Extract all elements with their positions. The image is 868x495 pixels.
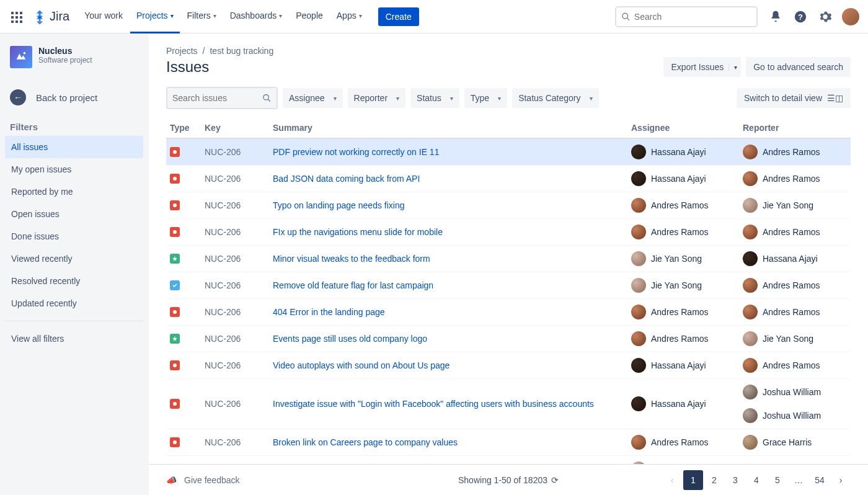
person[interactable]: Jie Yan Song	[743, 331, 847, 346]
nav-item-filters[interactable]: Filters▾	[181, 0, 223, 33]
refresh-icon[interactable]: ⟳	[551, 475, 559, 485]
person[interactable]: Hassana Ajayi	[631, 396, 735, 411]
filter-dropdown-type[interactable]: Type▾	[464, 88, 507, 108]
person[interactable]: Andres Ramos	[743, 305, 847, 319]
page-5[interactable]: 5	[768, 470, 787, 490]
person[interactable]: Andres Ramos	[743, 278, 847, 293]
filter-updated-recently[interactable]: Updated recently	[5, 292, 143, 314]
issue-row[interactable]: NUC-206 FIx up the navigations menu slid…	[166, 219, 851, 246]
notifications-icon[interactable]	[768, 9, 784, 25]
search-issues[interactable]	[166, 87, 278, 109]
page-next[interactable]: ›	[831, 470, 851, 490]
view-all-filters[interactable]: View all filters	[5, 328, 143, 350]
switch-view-button[interactable]: Switch to detail view ☰◫	[737, 88, 851, 108]
person[interactable]: Andres Ramos	[743, 225, 847, 239]
col-head-key[interactable]: Key	[201, 118, 269, 138]
issue-summary-link[interactable]: 404 Error in the landing page	[273, 307, 385, 317]
cell-key[interactable]: NUC-206	[201, 429, 269, 456]
person[interactable]: Andres Ramos	[631, 435, 735, 450]
nav-item-projects[interactable]: Projects▾	[130, 0, 180, 33]
page-prev[interactable]: ‹	[662, 470, 682, 490]
cell-key[interactable]: NUC-206	[201, 192, 269, 219]
person[interactable]: Andres Ramos	[631, 225, 735, 239]
issue-row[interactable]: NUC-206 Force SSL on any page that conta…	[166, 456, 851, 465]
filter-dropdown-assignee[interactable]: Assignee▾	[283, 88, 343, 108]
person[interactable]: Grace Harris	[743, 435, 847, 450]
issue-summary-link[interactable]: Broken link on Careers page to company v…	[273, 437, 458, 447]
person[interactable]: Joshua William	[743, 385, 847, 399]
nav-item-your-work[interactable]: Your work	[78, 0, 129, 33]
issue-row[interactable]: NUC-206 Broken link on Careers page to c…	[166, 429, 851, 456]
person[interactable]: Hassana Ajayi	[631, 171, 735, 186]
issue-row[interactable]: NUC-206 Bad JSON data coming back from A…	[166, 166, 851, 192]
issue-row[interactable]: NUC-206 Remove old feature flag for last…	[166, 272, 851, 299]
col-head-summary[interactable]: Summary	[269, 118, 627, 138]
issue-row[interactable]: NUC-206 Minor visual tweaks to the feedb…	[166, 246, 851, 272]
page-2[interactable]: 2	[704, 470, 724, 490]
filter-my-open-issues[interactable]: My open issues	[5, 158, 143, 181]
issue-summary-link[interactable]: Typo on landing page needs fixing	[273, 200, 405, 210]
filter-dropdown-status-category[interactable]: Status Category▾	[512, 88, 598, 108]
app-switcher-icon[interactable]	[9, 9, 24, 24]
cell-key[interactable]: NUC-206	[201, 166, 269, 192]
issue-summary-link[interactable]: PDF preview not working correctly on IE …	[273, 147, 439, 157]
export-issues-button[interactable]: Export Issues ▾	[663, 57, 741, 77]
person[interactable]: Hassana Ajayi	[631, 358, 735, 373]
issue-row[interactable]: NUC-206 Investigate issue with "Login wi…	[166, 379, 851, 429]
cell-key[interactable]: NUC-206	[201, 299, 269, 326]
issue-summary-link[interactable]: Minor visual tweaks to the feedback form	[273, 254, 430, 264]
create-button[interactable]: Create	[378, 7, 419, 26]
issue-summary-link[interactable]: Bad JSON data coming back from API	[273, 174, 420, 184]
issue-summary-link[interactable]: Events page still uses old company logo	[273, 334, 427, 344]
filter-viewed-recently[interactable]: Viewed recently	[5, 248, 143, 270]
issue-summary-link[interactable]: Investigate issue with "Login with Faceb…	[273, 399, 594, 409]
filter-open-issues[interactable]: Open issues	[5, 203, 143, 225]
col-head-reporter[interactable]: Reporter	[739, 118, 851, 138]
filter-all-issues[interactable]: All issues	[5, 136, 143, 158]
person[interactable]: Hassana Ajayi	[743, 251, 847, 266]
issues-table-wrap[interactable]: Type Key Summary Assignee Reporter NUC-2…	[166, 118, 851, 464]
cell-key[interactable]: NUC-206	[201, 352, 269, 379]
page-4[interactable]: 4	[746, 470, 766, 490]
person[interactable]: Joshua William	[743, 408, 847, 423]
settings-icon[interactable]	[817, 9, 833, 25]
person[interactable]: Andres Ramos	[743, 171, 847, 186]
filter-dropdown-reporter[interactable]: Reporter▾	[348, 88, 405, 108]
filter-reported-by-me[interactable]: Reported by me	[5, 181, 143, 203]
search-issues-input[interactable]	[172, 93, 262, 103]
project-header[interactable]: Nucleus Software project	[5, 46, 143, 73]
jira-logo[interactable]: Jira	[32, 9, 69, 24]
cell-key[interactable]: NUC-206	[201, 219, 269, 246]
cell-key[interactable]: NUC-206	[201, 138, 269, 166]
breadcrumb-projects[interactable]: Projects	[166, 46, 198, 56]
person[interactable]: Jie Yan Song	[631, 251, 735, 266]
page-54[interactable]: 54	[810, 470, 830, 490]
cell-key[interactable]: NUC-206	[201, 379, 269, 429]
person[interactable]: Jie Yan Song	[631, 278, 735, 293]
issue-summary-link[interactable]: Video autoplays with sound on About Us p…	[273, 360, 450, 370]
filter-done-issues[interactable]: Done issues	[5, 225, 143, 248]
issue-row[interactable]: NUC-206 Events page still uses old compa…	[166, 326, 851, 352]
nav-item-apps[interactable]: Apps▾	[330, 0, 368, 33]
breadcrumb-board[interactable]: test bug tracking	[210, 46, 273, 56]
global-search-input[interactable]	[631, 12, 751, 22]
col-head-assignee[interactable]: Assignee	[627, 118, 739, 138]
filter-dropdown-status[interactable]: Status▾	[410, 88, 459, 108]
user-avatar[interactable]	[842, 8, 859, 25]
help-icon[interactable]: ?	[792, 9, 808, 25]
issue-row[interactable]: NUC-206 404 Error in the landing page An…	[166, 299, 851, 326]
nav-item-people[interactable]: People	[290, 0, 329, 33]
back-to-project[interactable]: ← Back to project	[5, 83, 143, 112]
person[interactable]: Hassana Ajayi	[631, 145, 735, 159]
person[interactable]: Andres Ramos	[743, 145, 847, 159]
issue-row[interactable]: NUC-206 PDF preview not working correctl…	[166, 138, 851, 166]
give-feedback[interactable]: 📣 Give feedback	[166, 475, 240, 485]
issue-row[interactable]: NUC-206 Video autoplays with sound on Ab…	[166, 352, 851, 379]
advanced-search-button[interactable]: Go to advanced search	[746, 57, 851, 77]
person[interactable]: Andres Ramos	[743, 358, 847, 373]
cell-key[interactable]: NUC-206	[201, 326, 269, 352]
person[interactable]: Andres Ramos	[631, 305, 735, 319]
global-search[interactable]	[615, 6, 758, 27]
issue-summary-link[interactable]: FIx up the navigations menu slide for mo…	[273, 227, 443, 237]
person[interactable]: Jie Yan Song	[743, 198, 847, 213]
